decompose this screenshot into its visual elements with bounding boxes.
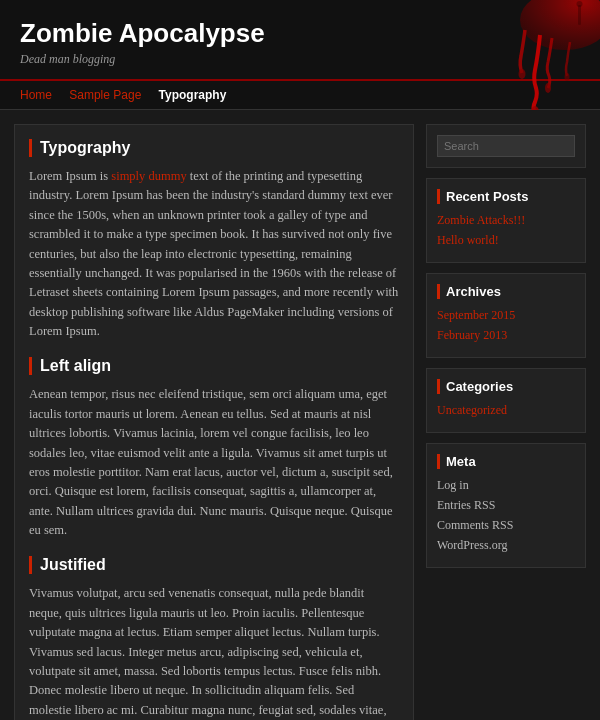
- header: Zombie Apocalypse Dead man blogging: [0, 0, 600, 81]
- justified-para: Vivamus volutpat, arcu sed venenatis con…: [29, 584, 399, 720]
- list-item: Comments RSS: [437, 517, 575, 533]
- svg-point-2: [545, 83, 551, 93]
- archive-link[interactable]: February 2013: [437, 328, 507, 342]
- list-item: Hello world!: [437, 232, 575, 248]
- content-wrapper: Typography Lorem Ipsum is simply dummy t…: [0, 110, 600, 720]
- archives-list: September 2015 February 2013: [437, 307, 575, 343]
- svg-rect-5: [578, 5, 581, 25]
- svg-point-6: [577, 1, 583, 7]
- svg-point-3: [519, 69, 526, 79]
- recent-posts-widget: Recent Posts Zombie Attacks!!! Hello wor…: [426, 178, 586, 263]
- page-title: Typography: [29, 139, 399, 157]
- list-item: WordPress.org: [437, 537, 575, 553]
- list-item: Uncategorized: [437, 402, 575, 418]
- svg-point-4: [565, 73, 570, 81]
- meta-widget: Meta Log in Entries RSS Comments RSS Wor…: [426, 443, 586, 568]
- meta-link[interactable]: Comments RSS: [437, 518, 513, 532]
- archives-title: Archives: [437, 284, 575, 299]
- nav-sample-page[interactable]: Sample Page: [69, 88, 141, 102]
- meta-link[interactable]: Log in: [437, 478, 469, 492]
- meta-list: Log in Entries RSS Comments RSS WordPres…: [437, 477, 575, 553]
- categories-list: Uncategorized: [437, 402, 575, 418]
- categories-widget: Categories Uncategorized: [426, 368, 586, 433]
- sidebar: Recent Posts Zombie Attacks!!! Hello wor…: [426, 124, 586, 720]
- list-item: Log in: [437, 477, 575, 493]
- page-title-section: Typography Lorem Ipsum is simply dummy t…: [29, 139, 399, 341]
- recent-post-link[interactable]: Zombie Attacks!!!: [437, 213, 525, 227]
- search-widget: [426, 124, 586, 168]
- list-item: February 2013: [437, 327, 575, 343]
- left-align-section: Left align Aenean tempor, risus nec elei…: [29, 357, 399, 540]
- justified-section: Justified Vivamus volutpat, arcu sed ven…: [29, 556, 399, 720]
- recent-posts-list: Zombie Attacks!!! Hello world!: [437, 212, 575, 248]
- intro-paragraph: Lorem Ipsum is simply dummy text of the …: [29, 167, 399, 341]
- list-item: Zombie Attacks!!!: [437, 212, 575, 228]
- left-align-para: Aenean tempor, risus nec eleifend tristi…: [29, 385, 399, 540]
- recent-posts-title: Recent Posts: [437, 189, 575, 204]
- category-link[interactable]: Uncategorized: [437, 403, 507, 417]
- nav-home[interactable]: Home: [20, 88, 52, 102]
- archive-link[interactable]: September 2015: [437, 308, 515, 322]
- justified-title: Justified: [29, 556, 399, 574]
- blood-decoration: [470, 0, 600, 110]
- meta-link[interactable]: WordPress.org: [437, 538, 507, 552]
- meta-link[interactable]: Entries RSS: [437, 498, 495, 512]
- recent-post-link[interactable]: Hello world!: [437, 233, 499, 247]
- nav-typography[interactable]: Typography: [159, 88, 227, 102]
- search-input[interactable]: [437, 135, 575, 157]
- archives-widget: Archives September 2015 February 2013: [426, 273, 586, 358]
- svg-point-0: [520, 0, 600, 50]
- left-align-title: Left align: [29, 357, 399, 375]
- highlight-text: simply dummy: [111, 169, 186, 183]
- categories-title: Categories: [437, 379, 575, 394]
- meta-title: Meta: [437, 454, 575, 469]
- main-content: Typography Lorem Ipsum is simply dummy t…: [14, 124, 414, 720]
- list-item: Entries RSS: [437, 497, 575, 513]
- list-item: September 2015: [437, 307, 575, 323]
